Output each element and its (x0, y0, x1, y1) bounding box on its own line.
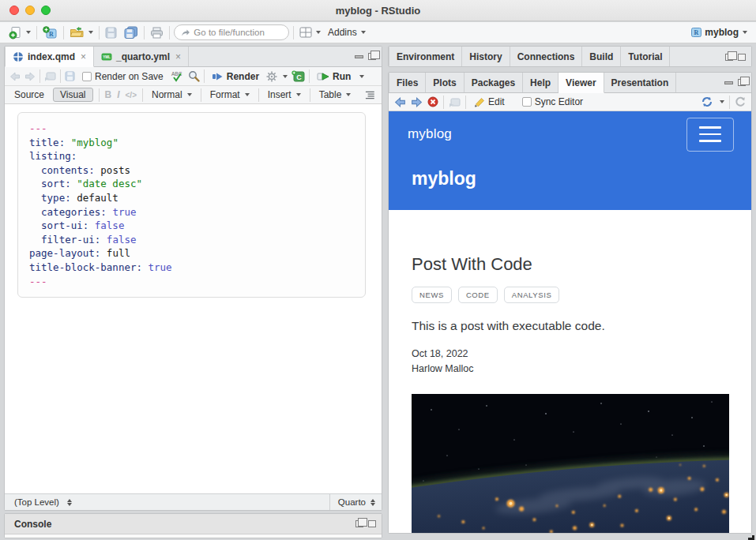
restore-env-pane-icon[interactable] (725, 54, 733, 61)
outline-toggle-icon[interactable] (365, 90, 375, 99)
category-pill[interactable]: CODE (458, 287, 498, 303)
close-tab-icon[interactable]: × (81, 51, 86, 62)
save-all-icon (124, 26, 138, 39)
viewer-back-icon[interactable] (394, 97, 406, 107)
sync-browser-icon[interactable] (701, 96, 713, 107)
tab-packages[interactable]: Packages (465, 73, 523, 92)
sync-browser-caret-icon[interactable] (720, 100, 724, 103)
viewer-forward-icon[interactable] (411, 97, 423, 107)
back-icon[interactable] (9, 72, 21, 81)
minimize-pane-icon[interactable] (355, 55, 363, 58)
run-icon (317, 72, 329, 81)
language-updown-icon (370, 499, 375, 506)
open-file-button[interactable] (68, 26, 95, 39)
category-pill[interactable]: ANALYSIS (504, 287, 560, 303)
popout-icon[interactable] (44, 71, 56, 81)
edit-button[interactable]: Edit (471, 96, 508, 108)
insert-menu[interactable]: Insert (265, 88, 304, 101)
format-menu[interactable]: Format (207, 88, 253, 101)
tab-history[interactable]: History (462, 47, 510, 67)
file-tab-label: _quarto.yml (116, 51, 170, 62)
run-label: Run (333, 71, 351, 82)
refresh-icon[interactable] (735, 96, 746, 107)
open-folder-icon (70, 27, 85, 39)
sync-editor-checkbox[interactable]: Sync Editor (519, 96, 586, 108)
post-description: This is a post with executable code. (412, 319, 728, 333)
project-menu-button[interactable]: R myblog (689, 26, 749, 39)
hamburger-menu-button[interactable] (686, 118, 734, 152)
code-line: categories: true (29, 205, 354, 219)
blog-post: Post With Code NEWSCODEANALYSIS This is … (389, 210, 751, 533)
maximize-pane-icon[interactable] (368, 53, 376, 60)
close-tab-icon[interactable]: × (175, 51, 181, 62)
gear-icon[interactable] (266, 71, 277, 82)
code-line: sort: "date desc" (29, 177, 354, 191)
console-body[interactable] (5, 534, 382, 538)
minimize-files-pane-icon[interactable] (724, 81, 733, 84)
maximize-files-pane-icon[interactable] (738, 79, 746, 86)
tab-connections[interactable]: Connections (510, 47, 583, 67)
run-button[interactable]: Run (314, 70, 354, 83)
goto-file-input[interactable] (194, 28, 282, 37)
code-line: listing: (29, 149, 354, 163)
scope-selector[interactable]: (Top Level) (11, 497, 75, 508)
code-line: filter-ui: false (29, 233, 354, 247)
render-icon (212, 72, 224, 81)
run-caret-icon[interactable] (359, 75, 364, 78)
source-mode-label: Source (14, 89, 44, 100)
render-button[interactable]: Render (209, 70, 262, 83)
paragraph-style-dropdown[interactable]: Normal (149, 88, 195, 101)
window-resize-grip[interactable] (748, 535, 754, 540)
forward-icon[interactable] (24, 72, 36, 81)
restore-console-icon[interactable] (355, 520, 363, 527)
viewer-popout-icon[interactable] (449, 97, 461, 107)
tab-plots[interactable]: Plots (426, 73, 464, 92)
tab-help[interactable]: Help (523, 73, 559, 92)
italic-button[interactable]: I (117, 89, 119, 100)
tab-tutorial[interactable]: Tutorial (621, 47, 670, 67)
post-title: Post With Code (412, 254, 728, 275)
blog-nav-title[interactable]: myblog (408, 126, 452, 142)
new-file-button[interactable] (7, 25, 32, 40)
maximize-env-pane-icon[interactable] (738, 54, 746, 61)
table-menu[interactable]: Table (316, 88, 355, 101)
source-mode-button[interactable]: Source (11, 88, 47, 101)
main-toolbar: R (0, 22, 756, 43)
visual-mode-button[interactable]: Visual (53, 88, 92, 102)
goto-file-search[interactable] (174, 24, 289, 40)
tab-files[interactable]: Files (389, 73, 426, 92)
tab-viewer[interactable]: Viewer (559, 73, 604, 93)
save-button[interactable] (103, 26, 118, 39)
insert-chunk-icon[interactable]: C (291, 70, 305, 82)
code-line: type: default (29, 191, 354, 205)
save-all-button[interactable] (122, 25, 140, 39)
yaml-code-block[interactable]: ---title: "myblog"listing: contents: pos… (17, 112, 366, 298)
save-doc-icon[interactable] (65, 71, 75, 81)
stop-icon[interactable] (427, 96, 438, 107)
find-icon[interactable] (188, 70, 200, 82)
new-project-button[interactable]: R (41, 25, 59, 40)
file-tab-index.qmd[interactable]: index.qmd× (5, 47, 94, 67)
bold-button[interactable]: B (105, 89, 112, 100)
file-tab-_quarto.yml[interactable]: YML_quarto.yml× (94, 47, 189, 66)
code-line: title-block-banner: true (29, 261, 354, 275)
scope-label: (Top Level) (14, 497, 59, 507)
code-button[interactable]: </> (126, 91, 137, 99)
code-line: --- (29, 122, 354, 136)
print-button[interactable] (149, 26, 165, 39)
render-on-save-checkbox[interactable]: Render on Save (79, 70, 167, 83)
language-selector[interactable]: Quarto (329, 494, 375, 510)
tab-build[interactable]: Build (582, 47, 621, 67)
console-header[interactable]: Console (5, 514, 382, 534)
spellcheck-icon[interactable]: ABC (171, 70, 184, 82)
workspace-panes-button[interactable] (298, 26, 322, 39)
maximize-console-icon[interactable] (368, 520, 376, 527)
window-title: myblog - RStudio (0, 5, 756, 17)
gear-caret-icon[interactable] (283, 75, 288, 78)
editor-content[interactable]: ---title: "myblog"listing: contents: pos… (5, 104, 382, 493)
category-pill[interactable]: NEWS (412, 287, 452, 303)
tab-presentation[interactable]: Presentation (604, 73, 677, 92)
addins-button[interactable]: Addins (326, 26, 367, 39)
tab-environment[interactable]: Environment (389, 47, 462, 67)
sync-editor-label: Sync Editor (535, 96, 583, 107)
